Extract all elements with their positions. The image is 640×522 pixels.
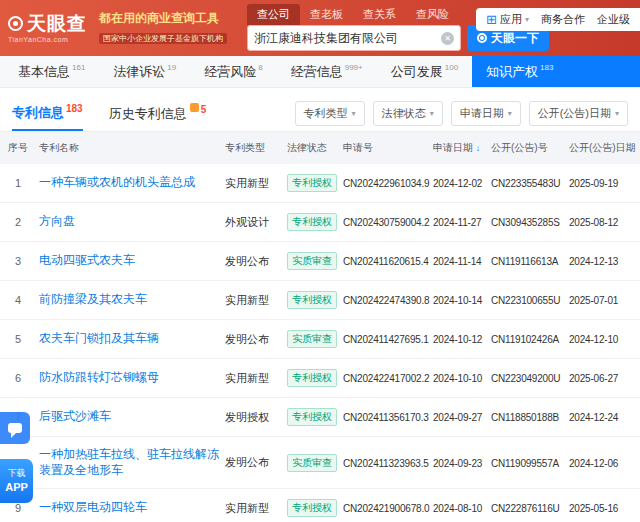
patent-name-link[interactable]: 后驱式沙滩车 — [39, 409, 111, 425]
legal-status-badge: 专利授权 — [287, 369, 337, 387]
application-number: CN202430759004.2 — [343, 217, 429, 228]
tab-patent-info[interactable]: 专利信息 183 — [12, 96, 83, 131]
slogan-line1: 都在用的商业查询工具 — [99, 11, 227, 25]
patent-type: 实用新型 — [225, 502, 269, 514]
cell-pub_no: CN223049200U — [488, 359, 566, 398]
app-download-label-app: APP — [5, 480, 28, 494]
header-publication-date[interactable]: 公开(公告)日期 ↓ — [566, 132, 640, 164]
nav-count: 19 — [167, 63, 176, 72]
patent-name-link[interactable]: 电动四驱式农夫车 — [39, 253, 135, 269]
application-date: 2024-10-14 — [433, 295, 482, 306]
cell-pub_date: 2025-07-01 — [566, 281, 640, 320]
cell-pub_date: 2025-05-16 — [566, 489, 640, 522]
patent-name-link[interactable]: 防水防跟转灯芯铆螺母 — [39, 370, 159, 386]
history-new-badge-icon — [190, 103, 199, 112]
legal-status-badge: 专利授权 — [287, 408, 337, 426]
tianyancha-logo[interactable]: 天眼查 TianYanCha.com — [8, 14, 87, 43]
business-cooperation-link[interactable]: 商务合作 — [541, 12, 585, 27]
cell-pub_no: CN119116613A — [488, 242, 566, 281]
search-tab-risk[interactable]: 查风险 — [406, 4, 459, 25]
enterprise-link[interactable]: 企业级 — [597, 12, 630, 27]
apps-menu[interactable]: ⊞ 应用 ▾ — [486, 12, 529, 27]
row-seq: 1 — [15, 177, 21, 189]
app-download-widget[interactable]: 下载 APP — [0, 458, 34, 504]
patent-name-link[interactable]: 前防撞梁及其农夫车 — [39, 292, 147, 308]
cell-app_no: CN202422961034.9 — [340, 164, 430, 203]
chevron-down-icon: ▾ — [508, 109, 512, 118]
publication-number: CN119099557A — [491, 458, 559, 469]
patent-name-link[interactable]: 农夫车门锁扣及其车辆 — [39, 331, 159, 347]
cell-type: 实用新型 — [222, 281, 284, 320]
cell-name: 农夫车门锁扣及其车辆 — [36, 320, 222, 359]
row-seq: 4 — [15, 294, 21, 306]
application-number: CN202422474390.8 — [343, 295, 429, 306]
publication-number: CN223049200U — [491, 373, 560, 384]
patent-name-link[interactable]: 一种双层电动四轮车 — [39, 500, 147, 516]
patent-table: 序号 专利名称 专利类型 法律状态 申请号 申请日期 ↓ 公开(公告)号 公开(… — [0, 132, 640, 522]
header-right-panel: ⊞ 应用 ▾ 商务合作 企业级 — [476, 8, 640, 31]
application-date: 2024-10-12 — [433, 334, 482, 345]
cell-app_date: 2024-11-27 — [430, 203, 488, 242]
tab-history-patent-info[interactable]: 历史专利信息 5 — [109, 96, 207, 131]
cell-pub_date: 2024-12-24 — [566, 398, 640, 437]
nav-tab-company-development[interactable]: 公司发展 100 — [377, 56, 472, 87]
cell-pub_no: CN223100655U — [488, 281, 566, 320]
slogan-banner: 都在用的商业查询工具 国家中小企业发展子基金旗下机构 — [99, 11, 227, 45]
cell-app_no: CN202421900678.0 — [340, 489, 430, 522]
application-number: CN202422961034.9 — [343, 178, 429, 189]
chevron-down-icon: ▾ — [430, 109, 434, 118]
legal-status-badge: 实质审查 — [287, 330, 337, 348]
search-input[interactable] — [254, 31, 441, 45]
cell-name: 前防撞梁及其农夫车 — [36, 281, 222, 320]
patent-name-link[interactable]: 方向盘 — [39, 214, 75, 230]
cell-pub_no: CN223355483U — [488, 164, 566, 203]
filter-application-date[interactable]: 申请日期 ▾ — [451, 101, 521, 126]
cell-seq: 5 — [0, 320, 36, 359]
header-application-date[interactable]: 申请日期 ↓ — [430, 132, 488, 164]
application-number: CN202411427695.1 — [343, 334, 429, 345]
publication-date: 2024-12-13 — [569, 256, 618, 267]
cell-pub_date: 2024-12-13 — [566, 242, 640, 281]
legal-status-badge: 实质审查 — [287, 252, 337, 270]
cell-type: 发明公布 — [222, 242, 284, 281]
patent-type: 发明公布 — [225, 333, 269, 345]
cell-name: 防水防跟转灯芯铆螺母 — [36, 359, 222, 398]
publication-date: 2025-08-12 — [569, 217, 618, 228]
cell-type: 实用新型 — [222, 359, 284, 398]
nav-tab-basic-info[interactable]: 基本信息 161 — [4, 56, 99, 87]
cell-type: 外观设计 — [222, 203, 284, 242]
cell-pub_no: CN119102426A — [488, 320, 566, 359]
nav-tab-operation-info[interactable]: 经营信息 999+ — [277, 56, 377, 87]
nav-tab-operation-risk[interactable]: 经营风险 8 — [190, 56, 276, 87]
filter-legal-status[interactable]: 法律状态 ▾ — [373, 101, 443, 126]
publication-date: 2024-12-10 — [569, 334, 618, 345]
cell-app_no: CN202430759004.2 — [340, 203, 430, 242]
cell-app_date: 2024-10-14 — [430, 281, 488, 320]
customer-service-widget[interactable] — [0, 412, 30, 444]
patent-name-link[interactable]: 一种车辆或农机的机头盖总成 — [39, 175, 195, 191]
cell-seq: 3 — [0, 242, 36, 281]
search-tab-company[interactable]: 查公司 — [247, 4, 300, 25]
search-tab-boss[interactable]: 查老板 — [300, 4, 353, 25]
cell-status: 专利授权 — [284, 398, 340, 437]
nav-tab-intellectual-property[interactable]: 知识产权 183 — [472, 56, 640, 87]
cell-pub_no: CN309435285S — [488, 203, 566, 242]
publication-number: CN118850188B — [491, 412, 559, 423]
filter-publication-date[interactable]: 公开(公告)日期 ▾ — [529, 101, 628, 126]
apps-grid-icon: ⊞ — [486, 13, 497, 26]
nav-tab-legal-litigation[interactable]: 法律诉讼 19 — [99, 56, 190, 87]
clear-icon[interactable]: ✕ — [441, 32, 454, 45]
search-tab-relation[interactable]: 查关系 — [353, 4, 406, 25]
filter-patent-type[interactable]: 专利类型 ▾ — [295, 101, 365, 126]
patent-name-link[interactable]: 一种加热驻车拉线、驻车拉线解冻装置及全地形车 — [39, 447, 219, 478]
cell-pub_date: 2024-12-06 — [566, 437, 640, 489]
cell-seq: 4 — [0, 281, 36, 320]
table-row: 8一种加热驻车拉线、驻车拉线解冻装置及全地形车发明公布实质审查CN2024113… — [0, 437, 640, 489]
row-seq: 3 — [15, 255, 21, 267]
cell-status: 专利授权 — [284, 281, 340, 320]
cell-pub_date: 2025-06-27 — [566, 359, 640, 398]
header-publication-number: 公开(公告)号 — [488, 132, 566, 164]
cell-pub_date: 2025-09-19 — [566, 164, 640, 203]
application-number: CN202411323963.5 — [343, 458, 429, 469]
cell-type: 发明公布 — [222, 437, 284, 489]
